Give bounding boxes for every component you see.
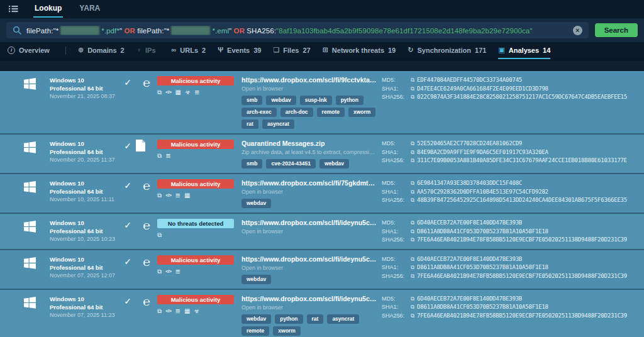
tab-events[interactable]: Ψ Events 39 [218,42,261,59]
search-query[interactable]: filePath:"**.pdf*" OR filePath:"**.eml" … [26,26,568,35]
copy-icon[interactable]: ⧉ [411,85,414,94]
copy-icon[interactable]: ⧉ [411,140,414,148]
source-column: ℮ [136,76,157,90]
tag-python[interactable]: python [336,96,364,105]
hash-list: MD5:⧉6E9841347A93E38D378403DDC15F408CSHA… [382,179,644,205]
tag-cve-2024-43451[interactable]: cve-2024-43451 [266,159,315,168]
hash-row-md5: MD5:⧉6D40AECEB72A7E00F8E140DD47BE393B [382,255,639,264]
copy-icon[interactable]: ⧉ [411,255,414,264]
top-tab-yara[interactable]: YARA [78,0,101,18]
status-column: ✓ [119,179,136,192]
tab-synchronization[interactable]: ↻ Synchronization 171 [408,42,486,59]
os-column: Windows 10 Professional 64 bit November … [0,295,119,319]
analysis-subtitle: Open in browser [242,228,378,235]
tag-xworm[interactable]: xworm [348,108,375,117]
tag-python[interactable]: python [275,314,303,324]
copy-icon[interactable]: ⧉ [411,228,414,236]
source-column: ℮ [136,255,157,269]
tab-urls[interactable]: ∞ URLs 2 [172,42,206,59]
analysis-subtitle: Open in browser [242,85,378,92]
menu-icon[interactable] [9,0,18,18]
query-segment: OR [124,27,135,35]
copy-icon[interactable]: ⧉ [411,303,414,312]
hash-row-md5: MD5:⧉6D40AECEB72A7E00F8E140DD47BE393B [382,295,639,304]
hash-value: 7FE6A46EAB4021B94E78FB58BB5120E9ECBF7E05… [417,272,627,281]
analysis-title[interactable]: https://www.dropbox.com/scl/fi/ideynu5c4… [242,219,378,227]
copy-icon[interactable]: ⧉ [411,179,414,188]
grid-icon: ▦ [175,89,180,96]
search-input[interactable]: filePath:"**.pdf*" OR filePath:"**.eml" … [6,22,589,38]
tag-webdav[interactable]: webdav [266,96,296,105]
hash-label: SHA1: [382,148,408,157]
windows-icon [24,181,36,193]
tag-webdav[interactable]: webdav [242,199,271,208]
copy-icon[interactable]: ⧉ [411,263,414,272]
search-button[interactable]: Search [595,23,638,37]
analysis-subtitle: Open in browser [242,264,378,272]
copy-icon[interactable]: ⧉ [411,272,414,281]
tag-remote[interactable]: remote [242,326,269,336]
analysis-date: November 21, 2025 08:37 [50,92,119,100]
os-info: Windows 10 Professional 64 bit November … [50,219,119,243]
query-segment: "8af19a103fbab4d5a2b9f59098e78e61df17215… [276,27,532,35]
tab-overview[interactable]: i Overview [8,42,53,59]
tag-webdav[interactable]: webdav [242,275,271,284]
tag-list: smbwebdavsusp-lnkpythonarch-execarch-doc… [242,96,378,129]
analysis-title[interactable]: https://www.dropbox.com/scl/fi/75gkdmt89… [242,179,378,187]
tag-smb[interactable]: smb [242,96,262,105]
target-column: Quarantined Messages.zip Zip archive dat… [242,140,382,168]
tab-network-threats[interactable]: ⊞ Network threats 19 [323,42,396,59]
hash-row-sha256: SHA256:⧉7FE6A46EAB4021B94E78FB58BB5120E9… [382,272,639,281]
tag-xworm[interactable]: xworm [273,326,300,336]
hash-value: EDF447084AEDFF44570DC33734A00745 [417,76,522,85]
os-column: Windows 10 Professional 64 bit November … [0,76,119,100]
analysis-title[interactable]: https://www.dropbox.com/scl/fi/9fcctvkta… [242,76,378,84]
analysis-row[interactable]: Windows 10 Professional 64 bit November … [0,214,644,250]
copy-icon[interactable]: ⧉ [411,93,414,102]
tab-label: Domains [87,47,116,54]
analysis-title[interactable]: Quarantined Messages.zip [242,140,378,148]
copy-icon[interactable]: ⧉ [411,295,414,304]
analysis-row[interactable]: Windows 10 Professional 64 bit November … [0,135,644,174]
copy-icon[interactable]: ⧉ [411,219,414,228]
tag-rat[interactable]: rat [242,119,258,129]
analysis-row[interactable]: Windows 10 Professional 64 bit November … [0,174,644,214]
analysis-row[interactable]: Windows 10 Professional 64 bit November … [0,290,644,337]
list-icon: ≣ [194,89,199,96]
clear-search-button[interactable]: × [573,26,582,35]
copy-icon[interactable]: ⧉ [411,236,414,245]
hash-value: D8611A8DB8A41CF053D70B5237B81A10A58F1E18 [417,228,548,236]
copy-icon[interactable]: ⧉ [411,188,414,197]
analysis-feature-icons: ⧉</>≣▦☣ [157,307,242,315]
tag-rat[interactable]: rat [307,314,324,324]
copy-icon[interactable]: ⧉ [411,157,414,165]
copy-icon[interactable]: ⧉ [411,148,414,157]
tag-smb[interactable]: smb [242,159,262,168]
tab-domains[interactable]: ⊕ Domains 2 [78,42,125,59]
copy-icon[interactable]: ⧉ [411,196,414,205]
tag-asyncrat[interactable]: asyncrat [262,119,294,129]
tab-ips[interactable]: ♀ IPs [136,42,160,59]
analysis-title[interactable]: https://www.dropbox.com/scl/fi/ideynu5c4… [242,295,378,303]
tag-arch-exec[interactable]: arch-exec [242,108,277,117]
tag-remote[interactable]: remote [317,108,345,117]
copy-icon[interactable]: ⧉ [411,312,414,321]
tab-files[interactable]: ❏ Files 27 [273,42,310,59]
tag-arch-doc[interactable]: arch-doc [280,108,313,117]
windows-icon [24,297,36,309]
globe-grid-icon: ⊞ [323,47,328,53]
analysis-row[interactable]: Windows 10 Professional 64 bit November … [0,71,644,135]
hash-label: SHA1: [382,303,408,312]
tab-count: 14 [543,47,550,54]
verdict-column: Malicious activity ⧉</>≣▦☣ [157,295,242,315]
tab-analyses[interactable]: ▣ Analyses 14 [498,42,550,59]
analysis-date: November 20, 2025 11:37 [50,156,119,163]
tag-susp-lnk[interactable]: susp-lnk [300,96,332,105]
tag-webdav[interactable]: webdav [242,314,271,324]
copy-icon[interactable]: ⧉ [411,76,414,85]
analysis-row[interactable]: Windows 10 Professional 64 bit November … [0,250,644,290]
tag-webdav[interactable]: webdav [319,159,349,168]
tag-asyncrat[interactable]: asyncrat [327,314,359,324]
top-tab-lookup[interactable]: Lookup [33,0,63,18]
analysis-title[interactable]: https://www.dropbox.com/scl/fi/ideynu5c4… [242,255,378,263]
